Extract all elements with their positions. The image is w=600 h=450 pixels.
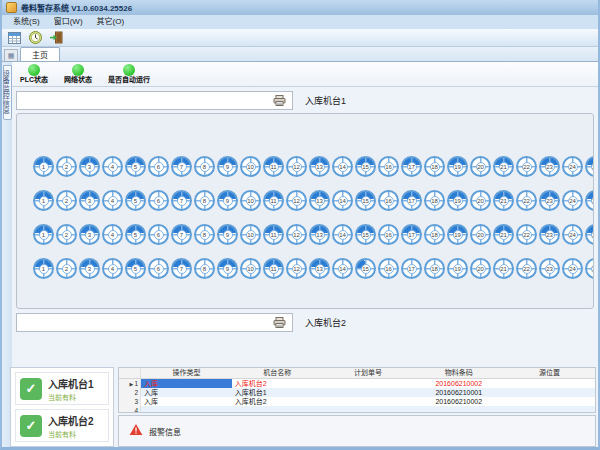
cell-2-1[interactable]: 入库机台1 bbox=[232, 388, 323, 397]
slot-4-17[interactable]: 17 bbox=[401, 258, 422, 279]
cell-4-0[interactable] bbox=[141, 406, 232, 413]
slot-4-12[interactable]: 12 bbox=[286, 258, 307, 279]
slot-3-15[interactable]: 15 bbox=[355, 224, 376, 245]
slot-1-2[interactable]: 2 bbox=[56, 156, 77, 177]
slot-2-20[interactable]: 20 bbox=[470, 190, 491, 211]
exit-icon[interactable] bbox=[48, 30, 64, 45]
slot-2-1[interactable]: 1 bbox=[33, 190, 54, 211]
cell-4-1[interactable] bbox=[232, 406, 323, 413]
slot-4-13[interactable]: 13 bbox=[309, 258, 330, 279]
slot-2-24[interactable]: 24 bbox=[562, 190, 583, 211]
slot-2-17[interactable]: 17 bbox=[401, 190, 422, 211]
slot-1-8[interactable]: 8 bbox=[194, 156, 215, 177]
task-table[interactable]: 操作类型机台名称计划单号物料条码源位置▶1入库入库机台2201606210002… bbox=[118, 367, 596, 413]
cell-4-2[interactable] bbox=[323, 406, 414, 413]
slot-1-17[interactable]: 17 bbox=[401, 156, 422, 177]
slot-1-7[interactable]: 7 bbox=[171, 156, 192, 177]
machine2-input[interactable] bbox=[16, 313, 293, 332]
slot-3-5[interactable]: 5 bbox=[125, 224, 146, 245]
slot-4-19[interactable]: 19 bbox=[447, 258, 468, 279]
table-row-4[interactable]: 4 bbox=[119, 406, 595, 413]
menu-item-2[interactable]: 其它(O) bbox=[90, 15, 132, 29]
slot-4-2[interactable]: 2 bbox=[56, 258, 77, 279]
slot-4-3[interactable]: 3 bbox=[79, 258, 100, 279]
slot-3-14[interactable]: 14 bbox=[332, 224, 353, 245]
slot-4-21[interactable]: 21 bbox=[493, 258, 514, 279]
slot-4-25[interactable]: 25 bbox=[585, 258, 594, 279]
slot-1-10[interactable]: 10 bbox=[240, 156, 261, 177]
cell-1-4[interactable] bbox=[504, 379, 595, 388]
slot-2-18[interactable]: 18 bbox=[424, 190, 445, 211]
slot-4-7[interactable]: 7 bbox=[171, 258, 192, 279]
slot-4-5[interactable]: 5 bbox=[125, 258, 146, 279]
slot-2-8[interactable]: 8 bbox=[194, 190, 215, 211]
cell-1-3[interactable]: 201606210002 bbox=[413, 379, 504, 388]
column-header-0[interactable]: 操作类型 bbox=[141, 368, 232, 378]
slot-3-12[interactable]: 12 bbox=[286, 224, 307, 245]
slot-3-23[interactable]: 23 bbox=[539, 224, 560, 245]
slot-1-13[interactable]: 13 bbox=[309, 156, 330, 177]
slot-1-20[interactable]: 20 bbox=[470, 156, 491, 177]
cell-2-4[interactable] bbox=[504, 388, 595, 397]
slot-2-22[interactable]: 22 bbox=[516, 190, 537, 211]
slot-2-16[interactable]: 16 bbox=[378, 190, 399, 211]
slot-4-22[interactable]: 22 bbox=[516, 258, 537, 279]
slot-3-16[interactable]: 16 bbox=[378, 224, 399, 245]
slot-3-24[interactable]: 24 bbox=[562, 224, 583, 245]
slot-1-11[interactable]: 11 bbox=[263, 156, 284, 177]
cell-3-3[interactable]: 201606210002 bbox=[413, 397, 504, 406]
cell-1-2[interactable] bbox=[323, 379, 414, 388]
cell-2-2[interactable] bbox=[323, 388, 414, 397]
slot-1-24[interactable]: 24 bbox=[562, 156, 583, 177]
slot-2-15[interactable]: 15 bbox=[355, 190, 376, 211]
table-row-3[interactable]: 3入库入库机台2201606210002 bbox=[119, 397, 595, 406]
slot-2-25[interactable]: 25 bbox=[585, 190, 594, 211]
printer-icon[interactable] bbox=[271, 93, 288, 108]
slot-3-19[interactable]: 19 bbox=[447, 224, 468, 245]
column-header-1[interactable]: 机台名称 bbox=[232, 368, 323, 378]
slot-3-3[interactable]: 3 bbox=[79, 224, 100, 245]
slot-1-9[interactable]: 9 bbox=[217, 156, 238, 177]
slot-2-9[interactable]: 9 bbox=[217, 190, 238, 211]
machine-card-2[interactable]: ✓入库机台2当前有料 bbox=[15, 409, 109, 442]
table-row-1[interactable]: ▶1入库入库机台2201606210002 bbox=[119, 379, 595, 388]
cell-1-1[interactable]: 入库机台2 bbox=[232, 379, 323, 388]
slot-4-14[interactable]: 14 bbox=[332, 258, 353, 279]
slot-1-14[interactable]: 14 bbox=[332, 156, 353, 177]
slot-4-11[interactable]: 11 bbox=[263, 258, 284, 279]
slot-1-12[interactable]: 12 bbox=[286, 156, 307, 177]
slot-1-19[interactable]: 19 bbox=[447, 156, 468, 177]
slot-2-2[interactable]: 2 bbox=[56, 190, 77, 211]
slot-4-4[interactable]: 4 bbox=[102, 258, 123, 279]
slot-2-5[interactable]: 5 bbox=[125, 190, 146, 211]
slot-1-1[interactable]: 1 bbox=[33, 156, 54, 177]
slot-4-18[interactable]: 18 bbox=[424, 258, 445, 279]
slot-2-12[interactable]: 12 bbox=[286, 190, 307, 211]
slot-3-13[interactable]: 13 bbox=[309, 224, 330, 245]
slot-4-6[interactable]: 6 bbox=[148, 258, 169, 279]
column-header-2[interactable]: 计划单号 bbox=[323, 368, 414, 378]
slot-3-25[interactable]: 25 bbox=[585, 224, 594, 245]
cell-3-1[interactable]: 入库机台2 bbox=[232, 397, 323, 406]
cell-3-2[interactable] bbox=[323, 397, 414, 406]
slot-3-7[interactable]: 7 bbox=[171, 224, 192, 245]
slot-4-16[interactable]: 16 bbox=[378, 258, 399, 279]
slot-2-3[interactable]: 3 bbox=[79, 190, 100, 211]
slot-2-23[interactable]: 23 bbox=[539, 190, 560, 211]
cell-2-3[interactable]: 201606210001 bbox=[413, 388, 504, 397]
machine1-input[interactable] bbox=[16, 91, 293, 110]
slot-3-9[interactable]: 9 bbox=[217, 224, 238, 245]
table-row-2[interactable]: 2入库入库机台1201606210001 bbox=[119, 388, 595, 397]
slot-2-13[interactable]: 13 bbox=[309, 190, 330, 211]
slot-1-15[interactable]: 15 bbox=[355, 156, 376, 177]
slot-3-8[interactable]: 8 bbox=[194, 224, 215, 245]
slot-4-9[interactable]: 9 bbox=[217, 258, 238, 279]
slot-2-6[interactable]: 6 bbox=[148, 190, 169, 211]
slot-4-15[interactable]: 15 bbox=[355, 258, 376, 279]
slot-4-10[interactable]: 10 bbox=[240, 258, 261, 279]
slot-1-16[interactable]: 16 bbox=[378, 156, 399, 177]
calendar-icon[interactable] bbox=[6, 30, 22, 45]
slot-1-4[interactable]: 4 bbox=[102, 156, 123, 177]
slot-3-2[interactable]: 2 bbox=[56, 224, 77, 245]
tab-home[interactable]: 主页 bbox=[20, 47, 60, 61]
